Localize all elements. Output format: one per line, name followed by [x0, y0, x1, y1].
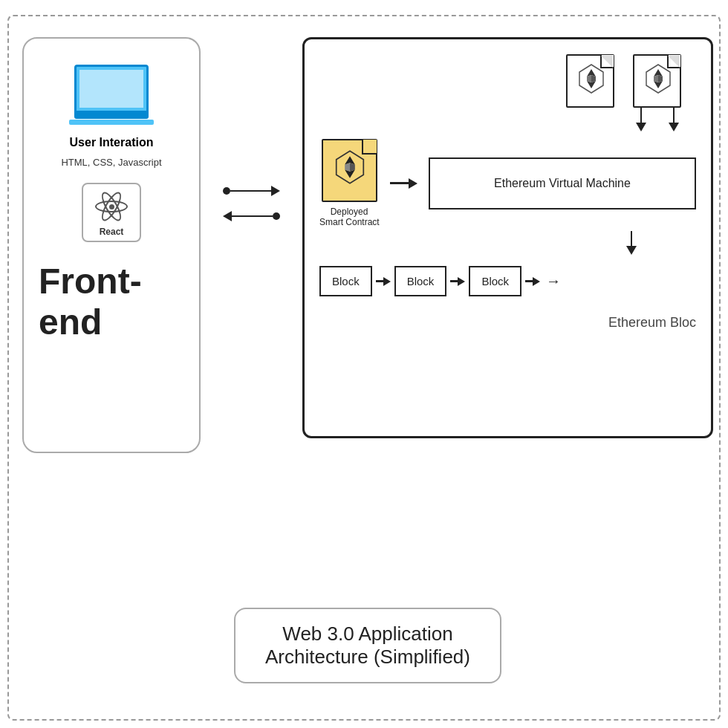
- bidirectional-arrows: [223, 186, 280, 221]
- solidity-logo-1: [576, 63, 606, 94]
- block-arrow-head-2: [458, 277, 465, 286]
- arrow-down-evm-head: [626, 246, 637, 255]
- arrow-head-right: [271, 186, 280, 196]
- solidity-logo-2: [643, 63, 673, 94]
- laptop-hinge: [74, 113, 149, 119]
- deployed-contract-icon: [322, 139, 377, 202]
- arrow-down-evm-line: [631, 231, 633, 246]
- solidity-files-row: [319, 54, 696, 108]
- trailing-dots: →: [546, 273, 561, 290]
- react-atom: [93, 188, 130, 225]
- block-arrow-line-1: [376, 280, 383, 282]
- arrow-to-evm-head: [409, 178, 417, 189]
- arrow-from-blockchain: [223, 211, 280, 221]
- blockchain-blocks-row: Block Block Bl: [319, 266, 696, 296]
- deployed-sol-logo: [332, 149, 368, 185]
- arrow-dot-left: [273, 212, 280, 220]
- block-arrow-3: [525, 277, 540, 286]
- blockchain-box: Deployed Smart Contract Ethereum Virtual…: [302, 37, 713, 438]
- arrow-down-2: [669, 108, 679, 131]
- frontend-big-label: Front-end: [39, 261, 184, 342]
- arrow-to-evm-line: [390, 182, 409, 184]
- react-label: React: [100, 227, 124, 237]
- bottom-title-box: Web 3.0 Application Architecture (Simpli…: [234, 608, 501, 683]
- solidity-file-1: [566, 54, 614, 108]
- down-arrows-row: [319, 108, 696, 131]
- arrow-down-line-1: [640, 108, 643, 123]
- laptop-screen-inner: [79, 70, 143, 108]
- block-3: Block: [469, 266, 521, 296]
- laptop-base: [69, 120, 154, 125]
- evm-box: Ethereum Virtual Machine: [429, 157, 696, 209]
- arrow-line-left: [232, 215, 273, 218]
- bottom-title-line2: Architecture (Simplified): [265, 646, 470, 669]
- blockchain-inner: Deployed Smart Contract Ethereum Virtual…: [319, 54, 696, 331]
- arrow-down-line-2: [673, 108, 675, 123]
- arrow-to-blockchain: [223, 186, 280, 196]
- block-arrow-line-2: [450, 280, 458, 282]
- user-interaction-subtitle: HTML, CSS, Javascript: [61, 157, 161, 168]
- top-section: User Interation HTML, CSS, Javascript Re…: [22, 37, 713, 593]
- arrow-down-head-1: [636, 123, 646, 131]
- react-nucleus: [109, 204, 114, 209]
- block-arrow-line-3: [525, 280, 533, 282]
- user-interaction-title: User Interation: [70, 136, 154, 149]
- arrow-down-evm: [626, 231, 637, 255]
- deployed-contract: Deployed Smart Contract: [319, 139, 379, 227]
- block-arrow-head-1: [383, 277, 391, 286]
- arrow-down-head-2: [669, 123, 679, 131]
- solidity-file-2: [633, 54, 681, 108]
- evm-row: Deployed Smart Contract Ethereum Virtual…: [319, 139, 696, 227]
- block-arrow-head-3: [533, 277, 540, 286]
- arrow-to-evm: [390, 178, 417, 189]
- arrow-down-1: [636, 108, 646, 131]
- eth-blockchain-label-row: Ethereum Bloc: [319, 296, 696, 331]
- arrow-dot-right: [223, 187, 230, 195]
- laptop-screen: [74, 65, 149, 113]
- bottom-title-line1: Web 3.0 Application: [265, 623, 470, 646]
- block-1: Block: [319, 266, 372, 296]
- file-doc-2: [633, 54, 681, 108]
- ethereum-blockchain-label: Ethereum Bloc: [319, 308, 696, 331]
- block-2: Block: [394, 266, 447, 296]
- block-arrow-2: [450, 277, 465, 286]
- deployed-contract-label: Deployed Smart Contract: [319, 207, 379, 227]
- bottom-label-area: Web 3.0 Application Architecture (Simpli…: [22, 608, 713, 683]
- arrow-head-left: [223, 211, 232, 221]
- react-logo-box: React: [82, 183, 141, 242]
- evm-label: Ethereum Virtual Machine: [494, 177, 631, 190]
- block-arrow-1: [376, 277, 391, 286]
- arrow-line-right: [230, 190, 271, 192]
- laptop-icon: [69, 65, 154, 125]
- file-doc-1: [566, 54, 614, 108]
- evm-down-arrow: [319, 231, 696, 255]
- main-content: User Interation HTML, CSS, Javascript Re…: [22, 37, 713, 683]
- frontend-box: User Interation HTML, CSS, Javascript Re…: [22, 37, 201, 453]
